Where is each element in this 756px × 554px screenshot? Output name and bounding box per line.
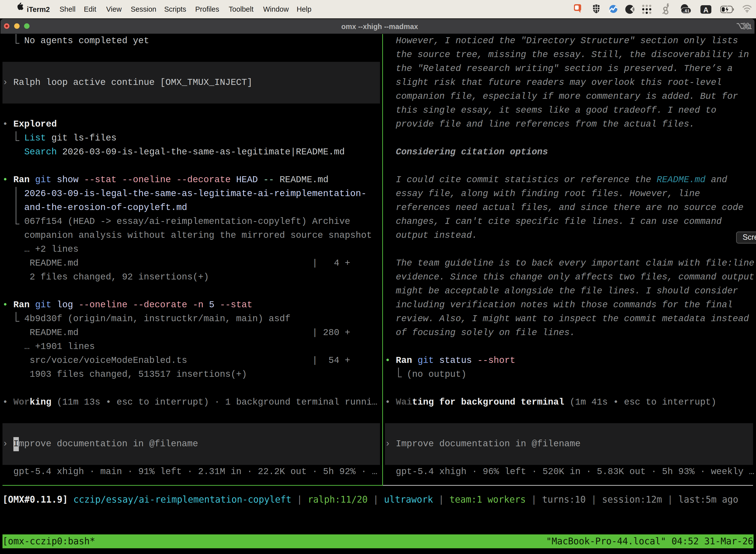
svg-text:..61: ..61 — [683, 9, 690, 13]
